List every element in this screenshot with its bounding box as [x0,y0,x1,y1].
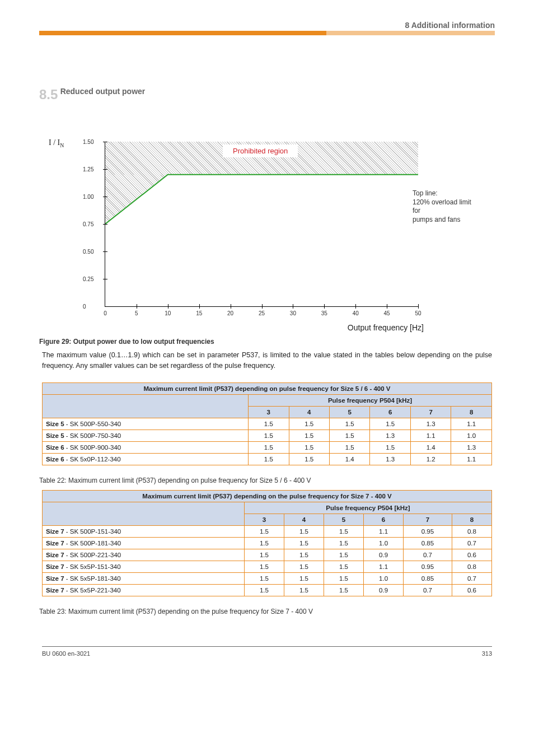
xtick-35: 35 [321,310,327,316]
table2-row-2-col-1: 1.5 [284,549,324,561]
footer-left: BU 0600 en-3021 [42,650,90,657]
table1-row-2-col-2: 1.5 [330,441,370,453]
ytick-075: 0.75 [83,221,93,227]
table2-row-4-col-2: 1.5 [324,572,364,584]
table2-row-5-col-1: 1.5 [284,584,324,596]
table2-row-3-col-4: 0.95 [404,561,452,572]
section-title: Reduced output power [60,87,146,96]
ytick-025: 0.25 [83,276,93,282]
table1-row-1-col-1: 1.5 [289,430,329,441]
xtick-40: 40 [353,310,359,316]
section-number: 8.5 [39,87,58,102]
table2-row-0-col-5: 0.8 [452,525,491,537]
xtick-30: 30 [290,310,296,316]
table2-row-4-col-1: 1.5 [284,572,324,584]
table1-row-2-label: Size 6 - SK 500P-900-340 [43,441,249,453]
table2-row-1-col-0: 1.5 [244,537,284,549]
table1-title: Maximum current limit (P537) depending o… [43,382,492,394]
table2-row-4-col-5: 0.7 [452,572,491,584]
table1-row-3-col-0: 1.5 [249,453,289,465]
page-footer: BU 0600 en-3021 313 [42,646,492,657]
table1-row-0-col-3: 1.5 [370,418,410,430]
table2-row-5-col-2: 1.5 [324,584,364,596]
table1-caption: Table 22: Maximum current limit (P537) d… [39,477,534,484]
table2-row-5-col-4: 0.7 [404,584,452,596]
table1-freq-4: 7 [410,406,451,418]
table1-row-1-col-2: 1.5 [330,430,370,441]
table2-row-4-col-0: 1.5 [244,572,284,584]
table1-row-0-col-5: 1.1 [451,418,492,430]
table2-row-0-col-2: 1.5 [324,525,364,537]
banner-bar-right [312,31,495,35]
table-size56: Maximum current limit (P537) depending o… [42,382,492,465]
table2-row-2-col-3: 0.9 [364,549,404,561]
curve-line [105,142,418,306]
table2-row-3-col-2: 1.5 [324,561,364,572]
table2-freq-5: 8 [452,514,491,525]
ytick-150: 1.50 [83,139,93,145]
table1-freq-5: 8 [451,406,492,418]
table2-row-2-col-0: 1.5 [244,549,284,561]
table1-row-3-col-3: 1.3 [370,453,410,465]
table1-row-1-col-3: 1.3 [370,430,410,441]
table2-row-0-col-4: 0.95 [404,525,452,537]
chart-ylabel: I / IN [49,138,64,148]
table1-row-3-col-2: 1.4 [330,453,370,465]
table1-row-1-col-4: 1.1 [410,430,451,441]
table2-row-4-label: Size 7 - SK 5x5P-181-340 [43,572,245,584]
table2-row-2-label: Size 7 - SK 500P-221-340 [43,549,245,561]
xtick-20: 20 [227,310,233,316]
table1-row-3-col-4: 1.2 [410,453,451,465]
xtick-25: 25 [259,310,265,316]
footer-right: 313 [482,650,492,657]
table2-row-1-col-1: 1.5 [284,537,324,549]
table2-row-1-label: Size 7 - SK 500P-181-340 [43,537,245,549]
table2-caption: Table 23: Maximum current limit (P537) d… [39,608,534,615]
table2-row-4-col-3: 1.0 [364,572,404,584]
table2-row-5-col-5: 0.6 [452,584,491,596]
xtick-10: 10 [165,310,171,316]
table1-row-1-label: Size 5 - SK 500P-750-340 [43,430,249,441]
table2-freq-1: 4 [284,514,324,525]
banner-bar-left [39,31,326,35]
table2-row-0-label: Size 7 - SK 500P-151-340 [43,525,245,537]
table2-row-3-col-3: 1.1 [364,561,404,572]
table1-row-0-col-0: 1.5 [249,418,289,430]
table2-freq-4: 7 [404,514,452,525]
table2-empty-corner [43,502,245,525]
table1-freq-header: Pulse frequency P504 [kHz] [249,394,492,406]
xtick-15: 15 [196,310,202,316]
table2-row-3-label: Size 7 - SK 5x5P-151-340 [43,561,245,572]
ytick-100: 1.00 [83,193,93,199]
table1-freq-2: 5 [330,406,370,418]
ytick-050: 0.50 [83,249,93,255]
table1-row-0-col-1: 1.5 [289,418,329,430]
table1-row-2-col-1: 1.5 [289,441,329,453]
table1-empty-corner [43,394,249,418]
xtick-5: 5 [135,310,138,316]
chart-figure: I / IN Prohibited region 0 0.25 0.50 0.7… [77,119,457,326]
header-banner: 8 Additional information [39,31,495,53]
table2-freq-header: Pulse frequency P504 [kHz] [244,502,491,514]
table1-row-1-col-5: 1.0 [451,430,492,441]
table2-row-1-col-3: 1.0 [364,537,404,549]
table1-row-2-col-0: 1.5 [249,441,289,453]
table1-row-3-col-1: 1.5 [289,453,329,465]
table1-row-0-label: Size 5 - SK 500P-550-340 [43,418,249,430]
table2-row-2-col-4: 0.7 [404,549,452,561]
table1-freq-0: 3 [249,406,289,418]
table1-row-0-col-2: 1.5 [330,418,370,430]
table-size7: Maximum current limit (P537) depending o… [42,490,492,596]
plot-area: Prohibited region 0 0.25 0.50 0.75 1.00 … [105,142,418,307]
figure-caption: Figure 29: Output power due to low outpu… [39,338,534,346]
ytick-0: 0 [83,304,86,310]
table2-row-0-col-3: 1.1 [364,525,404,537]
table1-freq-3: 6 [370,406,410,418]
table1-row-3-col-5: 1.1 [451,453,492,465]
table2-row-2-col-5: 0.6 [452,549,491,561]
section-heading: 8.5 Reduced output power [39,87,534,102]
table1-row-1-col-0: 1.5 [249,430,289,441]
table2-row-5-col-3: 0.9 [364,584,404,596]
table2-title: Maximum current limit (P537) depending o… [43,490,492,502]
table2-row-2-col-2: 1.5 [324,549,364,561]
